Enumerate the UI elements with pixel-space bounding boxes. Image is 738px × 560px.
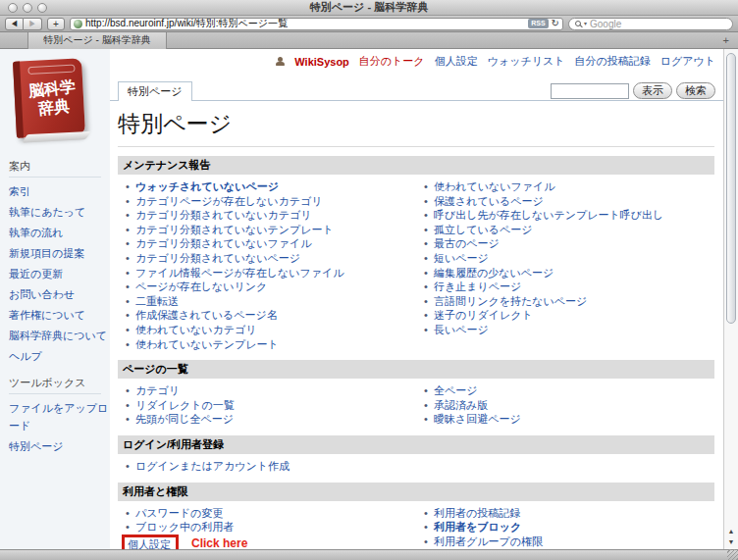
- back-button[interactable]: ◀: [5, 18, 24, 30]
- list-item: 曖昧さ回避ページ: [424, 412, 714, 427]
- special-link-承認済み版[interactable]: 承認済み版: [434, 399, 488, 411]
- forward-button[interactable]: ▶: [24, 18, 42, 30]
- special-link-曖昧さ回避ページ[interactable]: 曖昧さ回避ページ: [434, 413, 521, 425]
- special-link-利用者の投稿記録[interactable]: 利用者の投稿記録: [434, 507, 520, 519]
- special-link-ログインまたはアカウント作成[interactable]: ログインまたはアカウント作成: [135, 460, 290, 472]
- scroll-up-icon[interactable]: ▲: [724, 527, 738, 536]
- special-link-全ページ[interactable]: 全ページ: [434, 384, 478, 396]
- special-link-最古のページ[interactable]: 最古のページ: [434, 237, 500, 249]
- list-item: 呼び出し先が存在しないテンプレート呼び出し: [424, 208, 714, 223]
- special-link-カテゴリ分類されていないページ[interactable]: カテゴリ分類されていないページ: [135, 252, 300, 264]
- zoom-window-button[interactable]: [37, 3, 47, 13]
- book-label-decoration: [27, 65, 75, 76]
- list-item: ブロック中の利用者: [126, 520, 416, 535]
- list-item: 編集履歴の少ないページ: [424, 266, 714, 280]
- reload-icon[interactable]: ↻: [552, 19, 559, 28]
- personal-link-ウォッチリスト[interactable]: ウォッチリスト: [488, 54, 565, 69]
- personal-link-WikiSysop[interactable]: WikiSysop: [294, 56, 349, 68]
- special-link-カテゴリ分類されていないカテゴリ[interactable]: カテゴリ分類されていないカテゴリ: [135, 209, 312, 221]
- add-bookmark-button[interactable]: +: [47, 18, 65, 30]
- browser-toolbar: ◀ ▶ + http://bsd.neuroinf.jp/wiki/特別:特別ペ…: [0, 16, 738, 32]
- search-button[interactable]: 検索: [676, 82, 715, 99]
- special-link-編集履歴の少ないページ[interactable]: 編集履歴の少ないページ: [434, 267, 554, 279]
- special-link-先頭が同じ全ページ[interactable]: 先頭が同じ全ページ: [135, 413, 234, 425]
- special-link-カテゴリページが存在しないカテゴリ[interactable]: カテゴリページが存在しないカテゴリ: [135, 195, 323, 207]
- special-link-利用者をブロック[interactable]: 利用者をブロック: [434, 521, 521, 533]
- special-link-カテゴリ分類されていないテンプレート[interactable]: カテゴリ分類されていないテンプレート: [135, 224, 334, 235]
- special-link-ウォッチされていないページ[interactable]: ウォッチされていないページ: [135, 180, 279, 192]
- special-link-長いページ[interactable]: 長いページ: [434, 324, 489, 335]
- personal-link-自分の投稿記録[interactable]: 自分の投稿記録: [574, 54, 650, 69]
- sidebar-item: 執筆の流れ: [9, 223, 110, 240]
- special-link-リダイレクトの一覧[interactable]: リダイレクトの一覧: [135, 399, 235, 411]
- special-link-ブロック中の利用者[interactable]: ブロック中の利用者: [135, 521, 234, 533]
- list-item: 利用者の投稿記録: [424, 506, 714, 521]
- special-link-使われていないカテゴリ[interactable]: 使われていないカテゴリ: [135, 324, 257, 335]
- special-link-保護されているページ[interactable]: 保護されているページ: [434, 195, 544, 207]
- personal-link-ログアウト[interactable]: ログアウト: [660, 54, 715, 69]
- wiki-logo[interactable]: 脳科学 辞典: [9, 57, 99, 147]
- sidebar-link-特別ページ[interactable]: 特別ページ: [9, 440, 64, 452]
- list-item: パスワードの変更: [126, 506, 416, 521]
- browser-tabbar: 特別ページ - 脳科学辞典 +: [0, 32, 738, 49]
- special-list-left: ログインまたはアカウント作成: [118, 459, 416, 474]
- special-link-孤立しているページ[interactable]: 孤立しているページ: [434, 224, 533, 235]
- special-link-使われていないテンプレート[interactable]: 使われていないテンプレート: [135, 338, 279, 350]
- sidebar-link-著作権について[interactable]: 著作権について: [9, 309, 85, 321]
- sidebar-link-執筆の流れ[interactable]: 執筆の流れ: [9, 227, 64, 238]
- rss-button[interactable]: RSS: [528, 19, 548, 28]
- scrollbar-thumb[interactable]: [726, 53, 736, 324]
- minimize-window-button[interactable]: [23, 3, 32, 13]
- wiki-search-area: 表示 検索: [551, 82, 715, 99]
- wiki-search-input[interactable]: [551, 83, 629, 99]
- sidebar-link-索引[interactable]: 索引: [9, 185, 30, 197]
- new-tab-button[interactable]: +: [723, 32, 729, 48]
- page-tab-special[interactable]: 特別ページ: [118, 81, 192, 101]
- special-link-短いページ[interactable]: 短いページ: [434, 252, 489, 264]
- special-link-迷子のリダイレクト[interactable]: 迷子のリダイレクト: [434, 309, 533, 321]
- page-body: 特別ページ メンテナンス報告ウォッチされていないページカテゴリページが存在しない…: [118, 101, 714, 549]
- section-heading: メンテナンス報告: [118, 156, 714, 175]
- resize-grip[interactable]: [727, 549, 738, 560]
- special-link-二重転送[interactable]: 二重転送: [135, 295, 179, 307]
- sidebar-list: ファイルをアップロード特別ページ: [9, 398, 110, 454]
- magnifier-icon: [575, 21, 581, 26]
- special-link-言語間リンクを持たないページ[interactable]: 言語間リンクを持たないページ: [434, 295, 587, 307]
- personal-link-自分のトーク[interactable]: 自分のトーク: [359, 54, 425, 69]
- special-link-個人設定[interactable]: 個人設定: [128, 538, 171, 549]
- sidebar-item: 脳科学辞典について: [9, 326, 110, 343]
- special-link-ファイル情報ページが存在しないファイル[interactable]: ファイル情報ページが存在しないファイル: [135, 267, 344, 279]
- sidebar-item: 新規項目の提案: [9, 243, 110, 261]
- close-window-button[interactable]: [8, 3, 18, 13]
- special-link-パスワードの変更[interactable]: パスワードの変更: [135, 507, 223, 519]
- url-text[interactable]: http://bsd.neuroinf.jp/wiki/特別:特別ページ一覧: [85, 17, 525, 30]
- list-item: 行き止まりページ: [424, 280, 714, 294]
- scroll-down-icon[interactable]: ▼: [724, 537, 738, 547]
- special-link-カテゴリ分類されていないファイル[interactable]: カテゴリ分類されていないファイル: [135, 237, 312, 249]
- special-link-呼び出し先が存在しないテンプレート呼び出し[interactable]: 呼び出し先が存在しないテンプレート呼び出し: [434, 209, 663, 221]
- sidebar-item: 最近の更新: [9, 264, 110, 281]
- special-link-カテゴリ[interactable]: カテゴリ: [135, 384, 180, 396]
- go-button[interactable]: 表示: [633, 82, 672, 99]
- browser-tab[interactable]: 特別ページ - 脳科学辞典: [27, 32, 167, 49]
- sidebar-link-最近の更新[interactable]: 最近の更新: [9, 268, 63, 280]
- sidebar-link-新規項目の提案[interactable]: 新規項目の提案: [9, 247, 84, 259]
- address-bar[interactable]: http://bsd.neuroinf.jp/wiki/特別:特別ページ一覧 R…: [70, 18, 563, 30]
- special-link-使われていないファイル[interactable]: 使われていないファイル: [434, 180, 555, 192]
- personal-link-個人設定[interactable]: 個人設定: [435, 54, 478, 69]
- search-placeholder[interactable]: Google: [590, 19, 621, 29]
- browser-search-field[interactable]: ▾ Google: [568, 18, 733, 30]
- special-link-行き止まりページ[interactable]: 行き止まりページ: [434, 280, 521, 292]
- sidebar-link-ヘルプ[interactable]: ヘルプ: [9, 350, 42, 362]
- sidebar-link-脳科学辞典について[interactable]: 脳科学辞典について: [9, 330, 107, 341]
- sidebar-link-ファイルをアップロード[interactable]: ファイルをアップロード: [9, 402, 108, 432]
- list-item: カテゴリ分類されていないファイル: [126, 236, 416, 251]
- special-link-ページが存在しないリンク[interactable]: ページが存在しないリンク: [135, 280, 267, 292]
- sidebar-link-お問い合わせ[interactable]: お問い合わせ: [9, 288, 75, 300]
- special-link-利用者グループの権限[interactable]: 利用者グループの権限: [434, 535, 543, 547]
- search-engine-caret-icon[interactable]: ▾: [584, 21, 587, 26]
- vertical-scrollbar[interactable]: ▲ ▼: [723, 49, 738, 549]
- list-item: ログインまたはアカウント作成: [126, 459, 416, 474]
- special-link-作成保護されているページ名[interactable]: 作成保護されているページ名: [135, 309, 278, 321]
- sidebar-link-執筆にあたって[interactable]: 執筆にあたって: [9, 206, 85, 218]
